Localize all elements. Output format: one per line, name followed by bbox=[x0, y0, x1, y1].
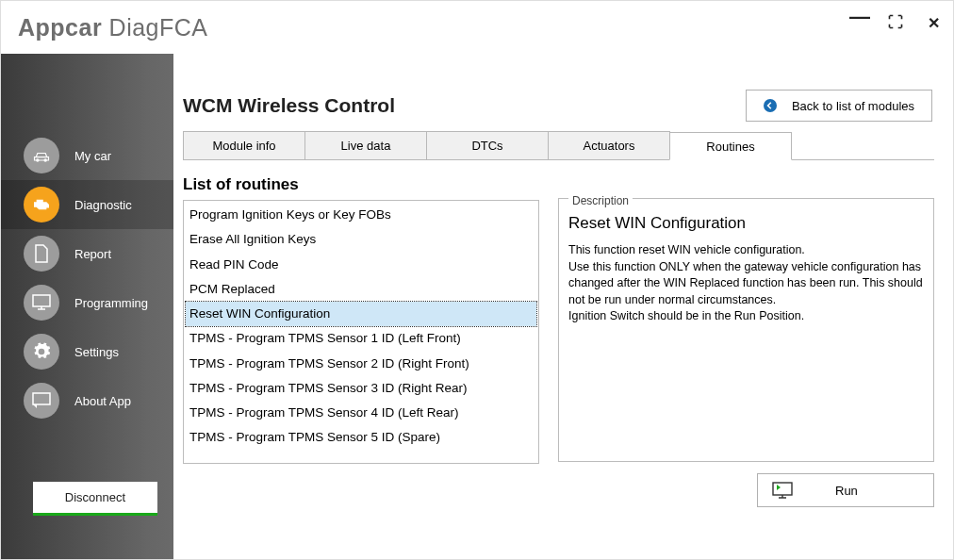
back-button-label: Back to list of modules bbox=[792, 99, 914, 113]
gear-icon bbox=[24, 334, 59, 370]
svg-point-0 bbox=[36, 158, 39, 161]
routines-listbox[interactable]: Program Ignition Keys or Key FOBsErase A… bbox=[183, 200, 539, 464]
run-button-label: Run bbox=[835, 484, 858, 498]
sidebar-item-label: Settings bbox=[74, 345, 119, 359]
disconnect-button[interactable]: Disconnect bbox=[33, 482, 157, 516]
back-button[interactable]: Back to list of modules bbox=[746, 90, 932, 122]
sidebar-item-settings[interactable]: Settings bbox=[1, 327, 173, 376]
app-title: Appcar DiagFCA bbox=[18, 14, 208, 41]
tab-dtcs[interactable]: DTCs bbox=[426, 131, 549, 159]
window-controls: — ⛶ ✕ bbox=[849, 10, 942, 35]
sidebar: My car Diagnostic Report Programming Set… bbox=[1, 54, 173, 559]
run-button[interactable]: Run bbox=[757, 473, 934, 507]
tab-live-data[interactable]: Live data bbox=[304, 131, 427, 159]
description-body: This function reset WIN vehicle configur… bbox=[568, 242, 924, 325]
maximize-icon[interactable]: ⛶ bbox=[887, 14, 904, 31]
minimize-icon[interactable]: — bbox=[849, 5, 866, 29]
sidebar-item-programming[interactable]: Programming bbox=[1, 278, 173, 327]
document-icon bbox=[24, 236, 59, 272]
list-item[interactable]: TPMS - Program TPMS Sensor 4 ID (Left Re… bbox=[186, 401, 536, 425]
list-item[interactable]: PCM Replaced bbox=[186, 277, 536, 302]
tab-actuators[interactable]: Actuators bbox=[548, 131, 670, 159]
tabs: Module info Live data DTCs Actuators Rou… bbox=[183, 131, 934, 160]
sidebar-item-label: About App bbox=[74, 394, 131, 408]
list-item[interactable]: Program Ignition Keys or Key FOBs bbox=[186, 203, 536, 227]
list-item[interactable]: Read PIN Code bbox=[186, 253, 536, 277]
sidebar-item-label: Diagnostic bbox=[74, 198, 132, 212]
description-caption: Description bbox=[568, 194, 633, 207]
description-title: Reset WIN Configuration bbox=[568, 214, 924, 233]
sidebar-item-label: Programming bbox=[74, 296, 148, 310]
tab-module-info[interactable]: Module info bbox=[183, 131, 305, 159]
sidebar-item-report[interactable]: Report bbox=[1, 229, 173, 278]
list-item[interactable]: TPMS - Program TPMS Sensor 5 ID (Spare) bbox=[186, 425, 536, 450]
list-item[interactable]: TPMS - Program TPMS Sensor 1 ID (Left Fr… bbox=[186, 326, 536, 351]
about-icon bbox=[24, 383, 59, 419]
titlebar: Appcar DiagFCA — ⛶ ✕ bbox=[1, 1, 953, 54]
tab-routines[interactable]: Routines bbox=[669, 132, 792, 160]
run-icon bbox=[771, 481, 794, 500]
list-item[interactable]: Reset WIN Configuration bbox=[186, 302, 536, 326]
app-name-regular: DiagFCA bbox=[109, 14, 208, 41]
sidebar-item-mycar[interactable]: My car bbox=[1, 131, 173, 180]
sidebar-item-label: Report bbox=[74, 247, 111, 261]
monitor-icon bbox=[24, 285, 59, 321]
car-icon bbox=[24, 138, 59, 173]
svg-point-1 bbox=[44, 158, 47, 161]
list-title: List of routines bbox=[183, 175, 539, 194]
sidebar-item-diagnostic[interactable]: Diagnostic bbox=[1, 180, 173, 229]
sidebar-item-label: My car bbox=[74, 149, 111, 163]
sidebar-item-about[interactable]: About App bbox=[1, 376, 173, 425]
description-box: Description Reset WIN Configuration This… bbox=[558, 198, 934, 462]
arrow-left-icon bbox=[764, 99, 777, 112]
close-icon[interactable]: ✕ bbox=[925, 14, 942, 32]
app-name-bold: Appcar bbox=[18, 14, 102, 41]
svg-rect-3 bbox=[33, 393, 50, 404]
list-item[interactable]: TPMS - Program TPMS Sensor 3 ID (Right R… bbox=[186, 376, 536, 401]
svg-rect-2 bbox=[33, 295, 50, 306]
svg-rect-4 bbox=[773, 483, 792, 495]
main-content: WCM Wireless Control Back to list of mod… bbox=[173, 54, 953, 559]
list-item[interactable]: TPMS - Program TPMS Sensor 2 ID (Right F… bbox=[186, 352, 536, 376]
engine-icon bbox=[24, 187, 59, 222]
list-item[interactable]: Erase All Ignition Keys bbox=[186, 227, 536, 252]
page-title: WCM Wireless Control bbox=[183, 94, 395, 117]
